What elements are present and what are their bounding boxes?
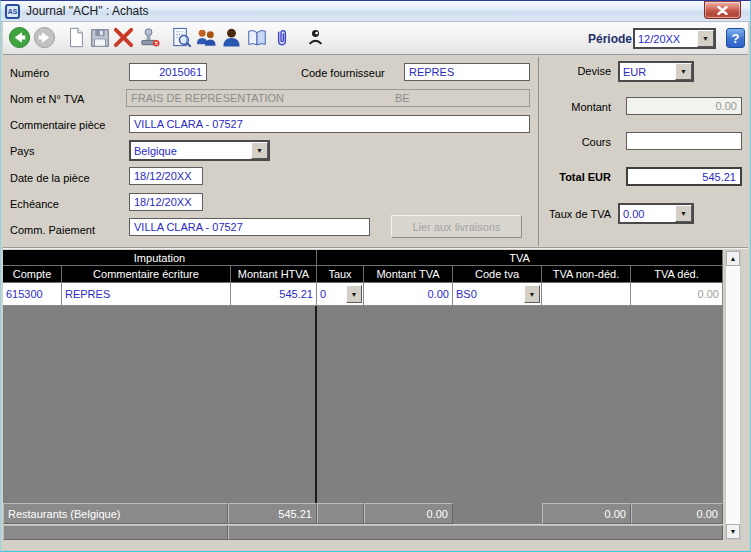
col-header-montant-tva: Montant TVA bbox=[364, 266, 453, 283]
pays-label: Pays bbox=[10, 145, 34, 157]
taux-cell-dropdown-arrow[interactable]: ▼ bbox=[346, 285, 362, 303]
cell-commentaire[interactable]: REPRES bbox=[62, 283, 231, 306]
periode-label: Période bbox=[588, 32, 632, 46]
col-header-code-tva: Code tva bbox=[453, 266, 542, 283]
grid-column-header-row: Compte Commentaire écriture Montant HTVA… bbox=[3, 266, 723, 283]
bottom-strip-left bbox=[3, 525, 228, 540]
cell-tva-non-ded[interactable] bbox=[542, 283, 631, 306]
cell-compte[interactable]: 615300 bbox=[3, 283, 62, 306]
col-header-montant-htva: Montant HTVA bbox=[231, 266, 317, 283]
devise-select[interactable]: EUR ▼ bbox=[618, 61, 694, 82]
section-separator-highlight bbox=[3, 248, 748, 249]
group-header-tva: TVA bbox=[317, 250, 723, 266]
code-fournisseur-field[interactable]: REPRES bbox=[404, 63, 530, 81]
cell-code-tva[interactable]: BS0 ▼ bbox=[453, 283, 542, 306]
close-icon bbox=[717, 6, 728, 15]
pays-select[interactable]: Belgique ▼ bbox=[129, 140, 270, 161]
grid-empty-area[interactable] bbox=[3, 306, 723, 503]
taux-de-tva-value: 0.00 bbox=[623, 208, 644, 220]
total-eur-field[interactable]: 545.21 bbox=[626, 167, 742, 186]
grid-bottom-strip bbox=[3, 525, 723, 540]
montant-field: 0.00 bbox=[626, 97, 742, 115]
devise-label: Devise bbox=[541, 65, 611, 77]
code-tva-cell-dropdown-arrow[interactable]: ▼ bbox=[524, 285, 540, 303]
nom-tva-field: FRAIS DE REPRESENTATION BE bbox=[126, 89, 530, 107]
grid-vertical-scrollbar[interactable]: ▲ ▼ bbox=[725, 250, 741, 540]
cours-label: Cours bbox=[541, 136, 611, 148]
toolbar: Période 12/20XX ▼ ? bbox=[3, 22, 748, 55]
bottom-strip-right bbox=[228, 525, 723, 540]
cell-code-tva-value: BS0 bbox=[456, 288, 477, 300]
footer-label: Restaurants (Belgique) bbox=[3, 503, 228, 524]
cours-field[interactable] bbox=[626, 132, 742, 150]
taux-de-tva-dropdown-arrow[interactable]: ▼ bbox=[675, 205, 692, 222]
grid-footer-row: Restaurants (Belgique) 545.21 0.00 0.00 … bbox=[3, 503, 723, 524]
footer-code-tva-empty bbox=[453, 503, 542, 524]
attachment-icon[interactable] bbox=[269, 25, 294, 50]
close-button[interactable] bbox=[704, 1, 741, 19]
window-title: Journal "ACH" : Achats bbox=[26, 4, 149, 18]
echeance-field[interactable]: 18/12/20XX bbox=[129, 193, 203, 211]
app-icon: AS bbox=[5, 4, 20, 19]
new-document-icon[interactable] bbox=[63, 25, 88, 50]
scroll-down-icon[interactable]: ▼ bbox=[726, 524, 740, 539]
journal-book-icon[interactable] bbox=[244, 25, 269, 50]
date-piece-field[interactable]: 18/12/20XX bbox=[129, 167, 203, 185]
footer-montant-htva: 545.21 bbox=[228, 503, 317, 524]
echeance-label: Echéance bbox=[10, 198, 59, 210]
grid-group-divider-line bbox=[315, 306, 317, 503]
save-icon[interactable] bbox=[87, 25, 112, 50]
cell-tva-ded: 0.00 bbox=[631, 283, 723, 306]
montant-label: Montant bbox=[541, 101, 611, 113]
help-button[interactable]: ? bbox=[726, 28, 745, 48]
taux-de-tva-select[interactable]: 0.00 ▼ bbox=[618, 203, 694, 224]
pays-dropdown-arrow[interactable]: ▼ bbox=[251, 142, 268, 159]
scroll-up-icon[interactable]: ▲ bbox=[726, 251, 740, 266]
footer-taux-empty bbox=[317, 503, 364, 524]
devise-dropdown-arrow[interactable]: ▼ bbox=[675, 63, 692, 80]
forward-icon[interactable] bbox=[32, 25, 57, 50]
cell-montant-tva[interactable]: 0.00 bbox=[364, 283, 453, 306]
col-header-tva-non-ded: TVA non-déd. bbox=[542, 266, 631, 283]
tva-country-value: BE bbox=[395, 92, 410, 104]
periode-select[interactable]: 12/20XX ▼ bbox=[633, 28, 716, 49]
cell-taux[interactable]: 0 ▼ bbox=[317, 283, 364, 306]
delete-icon[interactable] bbox=[111, 25, 136, 50]
footer-tva-non-ded: 0.00 bbox=[542, 503, 631, 524]
pays-value: Belgique bbox=[134, 145, 177, 157]
numero-label: Numéro bbox=[10, 67, 49, 79]
comm-paiement-label: Comm. Paiement bbox=[10, 224, 95, 236]
col-header-commentaire: Commentaire écriture bbox=[62, 266, 231, 283]
total-eur-label: Total EUR bbox=[541, 171, 611, 183]
cell-montant-htva[interactable]: 545.21 bbox=[231, 283, 317, 306]
lier-aux-livraisons-button[interactable]: Lier aux livraisons bbox=[391, 215, 522, 238]
commentaire-piece-field[interactable]: VILLA CLARA - 07527 bbox=[129, 115, 530, 133]
code-fournisseur-label: Code fournisseur bbox=[301, 67, 385, 79]
title-bar: AS Journal "ACH" : Achats bbox=[1, 1, 750, 22]
footer-montant-tva: 0.00 bbox=[364, 503, 453, 524]
suppliers-icon[interactable] bbox=[193, 25, 218, 50]
col-header-tva-ded: TVA déd. bbox=[631, 266, 723, 283]
devise-value: EUR bbox=[623, 66, 646, 78]
nom-value: FRAIS DE REPRESENTATION bbox=[131, 92, 284, 104]
group-header-imputation: Imputation bbox=[3, 250, 317, 266]
commentaire-piece-label: Commentaire pièce bbox=[10, 119, 105, 131]
footer-tva-ded: 0.00 bbox=[631, 503, 723, 524]
preview-icon[interactable] bbox=[169, 25, 194, 50]
stamp-icon[interactable] bbox=[137, 25, 162, 50]
date-piece-label: Date de la pièce bbox=[10, 172, 90, 184]
periode-dropdown-arrow[interactable]: ▼ bbox=[697, 30, 714, 47]
grid-group-header-row: Imputation TVA bbox=[3, 250, 723, 266]
app-window: AS Journal "ACH" : Achats bbox=[0, 0, 751, 552]
nom-tva-label: Nom et N° TVA bbox=[10, 93, 84, 105]
back-icon[interactable] bbox=[7, 25, 32, 50]
taux-de-tva-label: Taux de TVA bbox=[541, 208, 611, 220]
periode-value: 12/20XX bbox=[638, 33, 680, 45]
numero-field[interactable]: 2015061 bbox=[129, 63, 207, 81]
supplier-icon[interactable] bbox=[219, 25, 244, 50]
col-header-compte: Compte bbox=[3, 266, 62, 283]
grid-data-row: 615300 REPRES 545.21 0 ▼ 0.00 BS0 ▼ 0.00 bbox=[3, 283, 723, 306]
cell-taux-value: 0 bbox=[320, 288, 326, 300]
contact-icon[interactable] bbox=[303, 25, 328, 50]
comm-paiement-field[interactable]: VILLA CLARA - 07527 bbox=[129, 218, 370, 236]
